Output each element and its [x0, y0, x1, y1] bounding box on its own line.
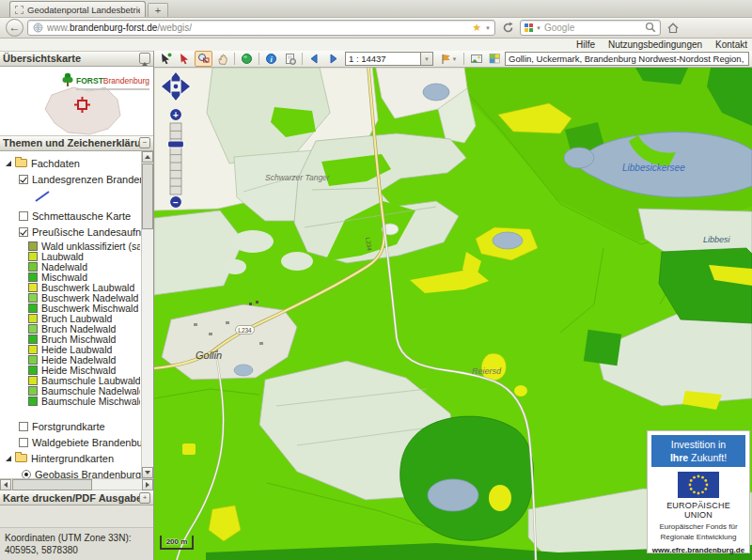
legend-item: Buschwerk Laubwald	[28, 283, 140, 293]
layer-forstgrundkarte[interactable]: Forstgrundkarte	[19, 420, 140, 433]
scroll-down-icon[interactable]	[142, 467, 153, 478]
scrollbar-thumb[interactable]	[142, 163, 153, 229]
forstgrundkarte-checkbox[interactable]	[19, 422, 28, 431]
full-extent-button[interactable]	[238, 51, 256, 67]
home-button[interactable]	[665, 20, 682, 37]
new-tab-button[interactable]: +	[148, 3, 168, 17]
browser-window: Geodatenportal Landesbetrieb Forst Brand…	[0, 0, 752, 560]
expand-plus-icon[interactable]: +	[139, 492, 150, 504]
select-tool-button[interactable]	[157, 51, 175, 67]
scale-value: 1 : 14437	[345, 52, 420, 66]
landesgrenzen-line-symbol	[30, 189, 140, 204]
tree-node-fachdaten[interactable]: Fachdaten	[6, 157, 140, 170]
expander-icon[interactable]	[6, 161, 11, 166]
legend-item: Bruch Laubwald	[28, 314, 140, 324]
search-engine-icon[interactable]	[525, 23, 533, 32]
waldgebiete-checkbox[interactable]	[19, 438, 28, 447]
search-bar[interactable]: ▼	[520, 20, 661, 36]
legend-swatch	[28, 241, 38, 251]
map-viewport[interactable]: Schwarzer Tanger Gollin Libbesickersee L…	[154, 68, 752, 560]
scrollbar-thumb[interactable]	[12, 479, 92, 490]
legend-swatch	[28, 386, 38, 396]
coordinates-value: 405953, 5878380	[5, 544, 149, 556]
back-button[interactable]: ←	[6, 19, 24, 37]
terms-link[interactable]: Nutzungsbedingungen	[608, 39, 702, 50]
sidebar: Übersichtskarte	[0, 51, 154, 560]
pointer-tool-button[interactable]	[176, 51, 194, 67]
legend-swatch	[28, 303, 38, 313]
previous-extent-button[interactable]	[306, 51, 323, 67]
pan-zoom-control[interactable]: + −	[159, 71, 193, 210]
eu-flag-icon	[678, 472, 719, 498]
pan-tool-button[interactable]	[213, 51, 231, 67]
site-globe-icon	[32, 23, 43, 34]
themes-panel-header[interactable]: Themen und Zeichenerklärung −	[0, 135, 153, 151]
location-search-input[interactable]	[505, 52, 749, 66]
tree-icon	[61, 72, 74, 87]
tree-vertical-scrollbar[interactable]	[141, 151, 153, 478]
bookmark-star-icon[interactable]: ★	[472, 23, 481, 33]
geobasis-radio[interactable]	[22, 470, 31, 478]
preussische-checkbox[interactable]	[19, 227, 28, 237]
contact-link[interactable]: Kontakt	[715, 39, 747, 50]
expander-icon[interactable]	[6, 456, 11, 461]
legend-item: Baumschule Mischwald	[28, 397, 140, 407]
layer-landesgrenzen[interactable]: Landesgrenzen Brandenburg	[19, 173, 140, 186]
legend-item: Nadelwald	[28, 262, 140, 272]
pan-right-icon[interactable]	[180, 78, 191, 95]
layer-geobasis[interactable]: Geobasis Brandenburg	[22, 468, 140, 478]
scale-bar: 200 m	[160, 536, 194, 550]
zoom-slider-track[interactable]	[170, 123, 181, 194]
search-magnifier-icon[interactable]	[645, 20, 656, 37]
zoom-box-tool-button[interactable]	[195, 51, 212, 67]
collapse-up-icon[interactable]	[139, 53, 150, 64]
scale-select[interactable]: 1 : 14437 ▼	[345, 52, 433, 66]
collapse-minus-icon[interactable]: −	[139, 137, 150, 148]
legend-swatch	[28, 397, 38, 406]
scale-dropdown-icon[interactable]: ▼	[420, 52, 433, 66]
legend-item: Wald unklassifiziert (saechsisch	[28, 241, 140, 252]
eu-funding-badge: Investition in Ihre Zukunft! EUROPÄISCHE…	[647, 430, 750, 553]
logo-text: FORSTBrandenburg	[76, 70, 149, 90]
tree-horizontal-scrollbar[interactable]	[0, 478, 153, 490]
legend-item: Heide Laubwald	[28, 345, 140, 355]
legend-item: Baumschule Laubwald	[28, 376, 140, 386]
next-extent-button[interactable]	[324, 51, 342, 67]
print-panel-header[interactable]: Karte drucken/PDF Ausgabe +	[0, 490, 153, 506]
scroll-right-icon[interactable]	[142, 479, 153, 490]
scroll-up-icon[interactable]	[142, 151, 153, 163]
url-dropdown-icon[interactable]: ▼	[485, 25, 491, 31]
browser-tab[interactable]: Geodatenportal Landesbetrieb Forst Brand…	[9, 1, 146, 17]
reload-button[interactable]	[499, 20, 516, 37]
sidebar-filler	[0, 506, 153, 527]
info-tool-button[interactable]: i	[262, 51, 280, 67]
legend-swatch	[28, 345, 38, 354]
overview-map[interactable]: FORSTBrandenburg	[0, 67, 153, 135]
url-bar[interactable]: www.brandenburg-forst.de/webgis/ ★ ▼	[27, 20, 495, 36]
tree-node-hintergrundkarten[interactable]: Hintergrundkarten	[6, 452, 140, 465]
print-panel-title: Karte drucken/PDF Ausgabe	[3, 492, 139, 504]
webgis-app: Hilfe Nutzungsbedingungen Kontakt Übersi…	[0, 39, 752, 560]
layer-preussische[interactable]: Preußische Landesaufnahme	[19, 226, 140, 239]
measure-tool-button[interactable]: ▼	[436, 51, 461, 67]
legend-swatch	[28, 272, 38, 282]
schmettausche-checkbox[interactable]	[19, 211, 28, 221]
themes-panel-title: Themen und Zeichenerklärung	[3, 137, 139, 148]
road-number-badge: L234	[235, 325, 255, 334]
legend-swatch	[28, 376, 38, 385]
layer-schmettausche[interactable]: Schmettausche Karte	[19, 210, 140, 223]
url-text: www.brandenburg-forst.de/webgis/	[47, 23, 468, 33]
print-tool-button[interactable]	[281, 51, 299, 67]
zoom-slider-handle[interactable]	[168, 141, 184, 148]
pan-left-icon[interactable]	[161, 78, 171, 95]
help-link[interactable]: Hilfe	[576, 39, 595, 50]
layer-waldgebiete[interactable]: Waldgebiete Brandenburg	[19, 436, 140, 449]
legend-swatch	[28, 366, 38, 375]
overview-panel-header[interactable]: Übersichtskarte	[0, 51, 153, 67]
layers-button[interactable]	[486, 51, 504, 67]
search-engine-dropdown-icon[interactable]: ▼	[536, 25, 541, 31]
landesgrenzen-checkbox[interactable]	[19, 175, 28, 184]
overview-toggle-button[interactable]	[467, 51, 485, 67]
scroll-left-icon[interactable]	[0, 479, 11, 490]
search-input[interactable]	[544, 23, 642, 33]
